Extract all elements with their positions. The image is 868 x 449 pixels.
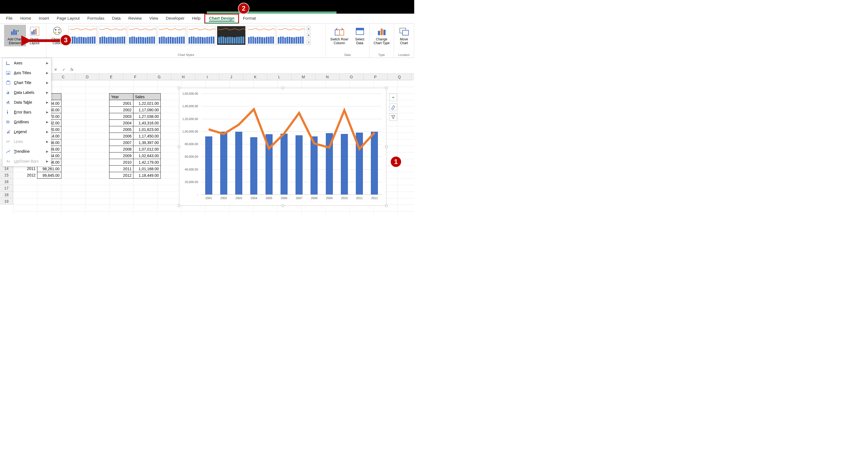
menu-data-table[interactable]: Data Table▶ xyxy=(2,97,51,107)
tab-help[interactable]: Help xyxy=(188,13,205,24)
chart-plot-area[interactable] xyxy=(201,94,382,194)
col-header-C[interactable]: C xyxy=(51,74,75,80)
chart-elements-button[interactable]: ＋ xyxy=(390,94,397,101)
sales-table[interactable]: YearSales 20011,22,021.00 20021,17,090.0… xyxy=(109,93,161,179)
y-axis: - 20,000.00 40,000.00 60,000.00 80,000.0… xyxy=(179,94,200,194)
tab-page-layout[interactable]: Page Layout xyxy=(53,13,84,24)
tab-home[interactable]: Home xyxy=(17,13,35,24)
tab-chart-design[interactable]: Chart Design xyxy=(205,13,239,24)
chart-style-8[interactable] xyxy=(276,26,305,45)
x-tick: 2005 xyxy=(261,195,276,205)
tab-data[interactable]: Data xyxy=(108,13,124,24)
svg-rect-34 xyxy=(7,112,8,114)
formula-bar: ✕ ✓ fx xyxy=(51,65,414,74)
axes-icon xyxy=(5,61,11,65)
svg-rect-29 xyxy=(8,92,9,94)
change-chart-type-button[interactable]: Change Chart Type xyxy=(371,25,393,46)
col-header-I[interactable]: I xyxy=(195,74,219,80)
col-header-F[interactable]: F xyxy=(123,74,147,80)
resize-handle[interactable] xyxy=(385,87,388,89)
x-tick: 2011 xyxy=(352,195,367,205)
menu-axes[interactable]: Axes▶ xyxy=(2,58,51,68)
col-header-K[interactable]: K xyxy=(243,74,268,80)
resize-handle[interactable] xyxy=(178,204,180,207)
svg-point-11 xyxy=(55,32,57,33)
style-scroll-more[interactable]: ▾ xyxy=(307,39,311,45)
x-tick: 2003 xyxy=(231,195,246,205)
chart-styles-button[interactable] xyxy=(390,103,397,111)
switch-row-column-button[interactable]: Switch Row/ Column xyxy=(328,25,351,46)
col-header-J[interactable]: J xyxy=(219,74,243,80)
col-header-Q[interactable]: Q xyxy=(388,74,411,80)
menu-legend[interactable]: Legend▶ xyxy=(2,127,51,137)
resize-handle[interactable] xyxy=(385,146,388,148)
row-header-19[interactable]: 19 xyxy=(0,198,13,204)
row-header-15[interactable]: 15 xyxy=(0,172,13,179)
resize-handle[interactable] xyxy=(178,87,180,89)
x-tick: 2008 xyxy=(307,195,322,205)
chart-style-7[interactable] xyxy=(247,26,275,45)
tab-developer[interactable]: Developer xyxy=(162,13,188,24)
resize-handle[interactable] xyxy=(385,204,388,207)
menu-error-bars[interactable]: Error Bars▶ xyxy=(2,107,51,117)
chart-style-6[interactable] xyxy=(217,26,246,45)
move-chart-button[interactable]: Move Chart xyxy=(396,25,412,46)
row-header-17[interactable]: 17 xyxy=(0,185,13,192)
style-scroll-down[interactable]: ▼ xyxy=(307,33,311,38)
x-tick: 2001 xyxy=(201,195,216,205)
up-down-bars-icon xyxy=(5,159,11,164)
menu-data-labels[interactable]: 1Data Labels▶ xyxy=(2,88,51,97)
menu-trendline[interactable]: Trendline▶ xyxy=(2,147,51,156)
select-data-button[interactable]: Select Data xyxy=(352,25,368,46)
submenu-arrow-icon: ▶ xyxy=(46,110,48,114)
sales-header: Sales xyxy=(133,94,161,100)
col-header-N[interactable]: N xyxy=(315,74,339,80)
col-header-E[interactable]: E xyxy=(99,74,123,80)
col-header-M[interactable]: M xyxy=(291,74,315,80)
submenu-arrow-icon: ▶ xyxy=(46,61,48,65)
tab-insert[interactable]: Insert xyxy=(35,13,53,24)
row-header-16[interactable]: 16 xyxy=(0,179,13,185)
formula-input[interactable] xyxy=(77,67,412,72)
tab-review[interactable]: Review xyxy=(124,13,146,24)
add-chart-element-menu: Axes▶ Axis Titles▶ Chart Title▶ 1Data La… xyxy=(2,58,51,166)
x-tick: 2006 xyxy=(276,195,291,205)
move-chart-icon xyxy=(399,26,410,37)
col-header-O[interactable]: O xyxy=(339,74,364,80)
col-header-G[interactable]: G xyxy=(147,74,172,80)
resize-handle[interactable] xyxy=(281,87,284,89)
col-header-P[interactable]: P xyxy=(364,74,388,80)
chart-filters-button[interactable] xyxy=(390,113,397,121)
col-header-L[interactable]: L xyxy=(268,74,291,80)
submenu-arrow-icon: ▶ xyxy=(46,150,48,153)
style-scroll-up[interactable]: ▲ xyxy=(307,26,311,31)
chart-style-4[interactable] xyxy=(157,26,186,45)
spreadsheet-grid[interactable]: Profit 92,164.00 99,560.00 99,470.00 90,… xyxy=(13,80,414,215)
chart-style-2[interactable] xyxy=(98,26,127,45)
add-chart-element-label: Add Chart Element xyxy=(7,37,22,45)
svg-point-9 xyxy=(58,29,60,31)
menu-up-down-bars: Up/Down Bars▶ xyxy=(2,156,51,166)
tab-format[interactable]: Format xyxy=(239,13,260,24)
tab-file[interactable]: File xyxy=(2,13,17,24)
chart-style-1[interactable] xyxy=(68,26,97,45)
window-chrome xyxy=(0,0,414,13)
menu-gridlines[interactable]: Gridlines▶ xyxy=(2,117,51,127)
chart-object[interactable]: - 20,000.00 40,000.00 60,000.00 80,000.0… xyxy=(179,88,386,206)
visible-years[interactable]: 2011 2012 xyxy=(24,165,37,179)
tab-view[interactable]: View xyxy=(146,13,162,24)
chart-style-5[interactable] xyxy=(187,26,216,45)
menu-axis-titles[interactable]: Axis Titles▶ xyxy=(2,68,51,78)
cell[interactable]: 98,261.00 xyxy=(37,166,61,172)
formula-cancel[interactable]: ✕ xyxy=(53,67,58,72)
formula-accept[interactable]: ✓ xyxy=(61,67,67,72)
row-header-18[interactable]: 18 xyxy=(0,192,13,198)
menu-chart-title[interactable]: Chart Title▶ xyxy=(2,78,51,88)
style-gallery-scroll: ▲ ▼ ▾ xyxy=(307,26,311,45)
chart-style-3[interactable] xyxy=(128,26,156,45)
col-header-H[interactable]: H xyxy=(172,74,195,80)
cell[interactable]: 99,645.00 xyxy=(37,172,61,179)
col-header-D[interactable]: D xyxy=(75,74,99,80)
fx-label[interactable]: fx xyxy=(69,67,74,72)
tab-formulas[interactable]: Formulas xyxy=(84,13,108,24)
